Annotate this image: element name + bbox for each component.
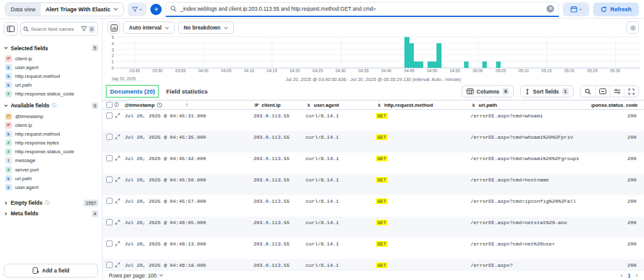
row-checkbox[interactable] bbox=[106, 240, 113, 247]
row-controls bbox=[103, 155, 125, 161]
field-section-header-available[interactable]: Available fieldsⓘ9 bbox=[4, 102, 98, 109]
table-row[interactable]: Jul 20, 2025 @ 04:45:50.000203.0.113.55c… bbox=[103, 174, 644, 195]
fullscreen-button[interactable] bbox=[624, 86, 638, 97]
histogram-chart[interactable]: 01234503:4503:5003:5504:0004:0504:1004:1… bbox=[108, 36, 641, 75]
field-item-http-response-status-code[interactable]: #http.response.status_code bbox=[4, 90, 98, 99]
date-picker-button[interactable] bbox=[563, 3, 589, 16]
sort-ascending-icon[interactable]: ↑ bbox=[186, 102, 189, 108]
expand-row-icon[interactable] bbox=[115, 134, 120, 139]
field-item-client-ip[interactable]: IPclient.ip bbox=[4, 54, 98, 63]
tab-documents[interactable]: Documents (20) bbox=[108, 87, 157, 96]
x-gridline bbox=[478, 37, 479, 68]
row-checkbox[interactable] bbox=[106, 198, 113, 204]
column-header-http-request-method[interactable]: khttp.request.method bbox=[376, 102, 470, 108]
field-item-client-ip[interactable]: IPclient.ip bbox=[4, 121, 98, 129]
histogram-bar[interactable] bbox=[436, 43, 441, 68]
row-checkbox[interactable] bbox=[106, 134, 113, 140]
table-row[interactable]: Jul 20, 2025 @ 04:46:18.000203.0.113.55c… bbox=[103, 259, 644, 270]
expand-row-icon[interactable] bbox=[115, 198, 120, 203]
cell-timestamp: Jul 20, 2025 @ 04:45:42.000 bbox=[125, 155, 253, 162]
histogram-bar[interactable] bbox=[428, 62, 432, 68]
expand-row-icon[interactable] bbox=[115, 156, 120, 161]
grid-search-button[interactable] bbox=[580, 86, 595, 97]
chart-options-button[interactable] bbox=[626, 21, 639, 34]
field-item-user-agent[interactable]: kuser.agent bbox=[4, 183, 98, 191]
breakdown-select[interactable]: No breakdown bbox=[178, 21, 234, 34]
field-section-header-empty[interactable]: Empty fieldsⓘ1557 bbox=[4, 200, 98, 207]
next-page-icon[interactable]: › bbox=[636, 272, 638, 279]
previous-page-icon[interactable]: ‹ bbox=[621, 272, 623, 279]
row-checkbox[interactable] bbox=[106, 262, 113, 268]
expand-row-icon[interactable] bbox=[115, 241, 120, 246]
row-checkbox[interactable] bbox=[106, 112, 113, 119]
search-highlight: GET bbox=[376, 198, 387, 204]
field-item-url-path[interactable]: kurl.path bbox=[4, 174, 98, 183]
histogram-bar[interactable] bbox=[496, 62, 501, 68]
data-view-picker[interactable]: Data view Alert Triage With Elastic bbox=[5, 3, 124, 16]
field-search-input[interactable] bbox=[31, 26, 79, 32]
expand-row-icon[interactable] bbox=[115, 262, 120, 267]
field-item-http-request-method[interactable]: khttp.request.method bbox=[4, 129, 98, 138]
table-row[interactable]: Jul 20, 2025 @ 04:45:57.000203.0.113.55c… bbox=[103, 195, 644, 217]
cell-http-request-method: GET bbox=[376, 134, 470, 141]
histogram-bar[interactable] bbox=[404, 37, 409, 68]
column-header-timestamp[interactable]: @timestamp↑ bbox=[125, 102, 253, 108]
saved-query-menu-button[interactable] bbox=[128, 3, 147, 16]
query-input[interactable] bbox=[180, 6, 543, 12]
tab-field-statistics[interactable]: Field statistics bbox=[164, 87, 210, 96]
column-header-user-agent[interactable]: kuser.agent bbox=[306, 102, 376, 108]
data-view-select[interactable]: Alert Triage With Elastic bbox=[41, 3, 124, 16]
expand-row-icon[interactable] bbox=[115, 177, 120, 182]
field-filter-icon[interactable] bbox=[81, 26, 87, 31]
field-item-http-response-bytes[interactable]: #http.response.bytes bbox=[4, 139, 98, 148]
expand-row-icon[interactable] bbox=[115, 220, 120, 225]
select-all-checkbox[interactable] bbox=[106, 102, 113, 108]
display-options-button[interactable] bbox=[609, 86, 624, 97]
field-item-http-request-method[interactable]: khttp.request.method bbox=[4, 72, 98, 80]
rows-per-page-control[interactable]: Rows per page: 100 bbox=[109, 272, 164, 279]
field-item-http-response-status-code[interactable]: #http.response.status_code bbox=[4, 148, 98, 156]
chart-visibility-button[interactable] bbox=[108, 21, 120, 34]
table-row[interactable]: Jul 20, 2025 @ 04:46:13.000203.0.113.55c… bbox=[103, 238, 644, 259]
refresh-button[interactable]: Refresh bbox=[593, 3, 639, 16]
sort-fields-button[interactable]: Sort fields 1 bbox=[520, 85, 574, 97]
x-tick-label: 04:30 bbox=[335, 68, 345, 73]
row-height-button[interactable] bbox=[595, 86, 609, 97]
page-number[interactable]: 1 bbox=[628, 272, 631, 279]
field-item-url-path[interactable]: kurl.path bbox=[4, 81, 98, 90]
clear-query-icon[interactable]: ✕ bbox=[547, 5, 554, 13]
clock-icon bbox=[157, 102, 162, 108]
keyword-field-type-icon: k bbox=[5, 73, 12, 80]
expand-row-icon[interactable] bbox=[115, 113, 120, 118]
table-row[interactable]: Jul 20, 2025 @ 04:45:42.000203.0.113.55c… bbox=[103, 153, 644, 174]
histogram-bar[interactable] bbox=[482, 62, 487, 68]
keyword-field-type-icon: k bbox=[376, 102, 382, 108]
field-section-header-selected[interactable]: Selected fields5 bbox=[4, 45, 98, 51]
column-header-client-ip[interactable]: IPclient.ip bbox=[253, 102, 306, 108]
histogram-bar[interactable] bbox=[409, 43, 414, 68]
column-header-http-response-status-code[interactable]: #http.response.status_code bbox=[591, 102, 644, 108]
histogram-bar[interactable] bbox=[414, 62, 418, 68]
field-item-message[interactable]: tmessage bbox=[4, 156, 98, 165]
field-section-header-meta[interactable]: Meta fields4 bbox=[4, 210, 98, 217]
columns-button[interactable]: Columns 6 bbox=[462, 85, 514, 97]
histogram-bar[interactable] bbox=[464, 62, 469, 68]
histogram-bar[interactable] bbox=[432, 62, 436, 68]
add-filter-button[interactable]: + bbox=[150, 4, 162, 15]
row-checkbox[interactable] bbox=[106, 219, 113, 225]
row-checkbox[interactable] bbox=[106, 176, 113, 183]
table-row[interactable]: Jul 20, 2025 @ 04:45:31.000203.0.113.55c… bbox=[103, 110, 644, 131]
collapse-sidebar-button[interactable] bbox=[4, 22, 18, 36]
cell-url-path: /errorEE.aspx?cmd=ipconfig%20%2Fall bbox=[470, 198, 591, 205]
histogram-bar[interactable] bbox=[418, 62, 423, 68]
field-item-server-port[interactable]: #server.port bbox=[4, 165, 98, 174]
y-tick-label: 0 bbox=[108, 66, 114, 70]
add-field-button[interactable]: Add a field bbox=[4, 264, 98, 277]
row-checkbox[interactable] bbox=[106, 155, 113, 161]
column-header-url-path[interactable]: kurl.path bbox=[470, 102, 591, 108]
interval-select[interactable]: Auto interval bbox=[123, 21, 175, 34]
table-row[interactable]: Jul 20, 2025 @ 04:46:05.000203.0.113.55c… bbox=[103, 217, 644, 238]
table-row[interactable]: Jul 20, 2025 @ 04:45:35.000203.0.113.55c… bbox=[103, 131, 644, 153]
field-item-user-agent[interactable]: kuser.agent bbox=[4, 63, 98, 72]
field-item--timestamp[interactable]: @timestamp bbox=[4, 112, 98, 121]
